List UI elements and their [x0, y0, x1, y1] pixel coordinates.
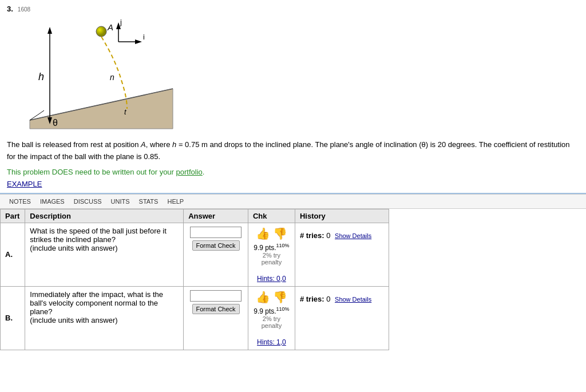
part-b-history: # tries: 0 Show Details [295, 286, 389, 350]
table-row: B. Immediately after the impact, what is… [1, 286, 389, 350]
part-b-hints[interactable]: Hints: 1,0 [257, 338, 286, 346]
part-a-thumbs: 👍 👎 [253, 227, 290, 240]
part-a-pts: 9.9 pts.110% [253, 243, 290, 252]
col-header-chk: Chk [248, 209, 295, 223]
part-b-pts: 9.9 pts.110% [253, 306, 290, 315]
part-a-history: # tries: 0 Show Details [295, 223, 389, 286]
problem-number: 3. [7, 5, 13, 13]
toolbar-notes[interactable]: NOTES [5, 197, 35, 206]
part-a-format-check[interactable]: Format Check [192, 240, 240, 251]
answer-table: Part Description Answer Chk History A. W… [0, 209, 389, 350]
svg-text:h: h [38, 71, 44, 82]
part-b-input[interactable] [190, 290, 241, 302]
part-b-chk: 👍 👎 9.9 pts.110% 2% try penalty Hints: 1… [248, 286, 295, 350]
portfolio-note: This problem DOES need to be written out… [7, 168, 579, 176]
part-b-label: B. [1, 286, 25, 350]
problem-diagram: h A j i n t [7, 14, 179, 134]
toolbar-discuss[interactable]: DISCUSS [69, 197, 106, 206]
col-header-history: History [295, 209, 389, 223]
toolbar-stats[interactable]: STATS [134, 197, 163, 206]
svg-text:j: j [120, 18, 122, 26]
part-b-show-details[interactable]: Show Details [335, 296, 371, 303]
part-a-penalty: 2% try penalty [253, 252, 290, 266]
part-a-hints[interactable]: Hints: 0,0 [257, 275, 286, 283]
toolbar: NOTES IMAGES DISCUSS UNITS STATS HELP [0, 194, 586, 209]
svg-text:n: n [110, 73, 114, 82]
part-b-penalty: 2% try penalty [253, 315, 290, 329]
svg-point-6 [96, 26, 106, 37]
part-b-thumbs: 👍 👎 [253, 290, 290, 304]
part-a-input[interactable] [190, 227, 241, 238]
toolbar-help[interactable]: HELP [163, 197, 188, 206]
problem-container: 3. 1608 h A [0, 0, 586, 194]
diagram-area: h A j i n t [7, 14, 579, 134]
col-header-part: Part [1, 209, 25, 223]
portfolio-link[interactable]: portfolio [176, 168, 203, 176]
part-b-history-content: # tries: 0 Show Details [300, 290, 384, 303]
part-a-description: What is the speed of the ball just befor… [25, 223, 184, 286]
svg-marker-3 [47, 27, 52, 34]
svg-text:i: i [143, 33, 145, 41]
part-a-tries: # tries: 0 Show Details [300, 231, 384, 240]
part-a-chk: 👍 👎 9.9 pts.110% 2% try penalty Hints: 0… [248, 223, 295, 286]
toolbar-images[interactable]: IMAGES [35, 197, 69, 206]
col-header-answer: Answer [184, 209, 248, 223]
part-a-label: A. [1, 223, 25, 286]
problem-id: 1608 [18, 6, 30, 13]
toolbar-units[interactable]: UNITS [106, 197, 134, 206]
thumbs-up-icon[interactable]: 👍 [256, 291, 270, 303]
part-b-format-check[interactable]: Format Check [192, 304, 240, 314]
svg-text:A: A [107, 22, 113, 32]
thumbs-up-icon[interactable]: 👍 [256, 227, 270, 240]
part-a-show-details[interactable]: Show Details [335, 232, 371, 239]
svg-marker-12 [135, 39, 142, 44]
part-b-tries: # tries: 0 Show Details [300, 295, 384, 303]
part-b-description: Immediately after the impact, what is th… [25, 286, 184, 350]
svg-text:θ: θ [53, 118, 58, 128]
problem-text: The ball is released from rest at positi… [7, 139, 579, 163]
table-row: A. What is the speed of the ball just be… [1, 223, 389, 286]
part-a-answer-cell: Format Check [184, 223, 248, 286]
thumbs-down-icon[interactable]: 👎 [273, 291, 287, 303]
part-a-history-content: # tries: 0 Show Details [300, 227, 384, 240]
svg-marker-0 [30, 89, 173, 129]
part-b-answer-cell: Format Check [184, 286, 248, 350]
thumbs-down-icon[interactable]: 👎 [273, 227, 287, 240]
example-link[interactable]: EXAMPLE [7, 180, 42, 188]
col-header-description: Description [25, 209, 184, 223]
